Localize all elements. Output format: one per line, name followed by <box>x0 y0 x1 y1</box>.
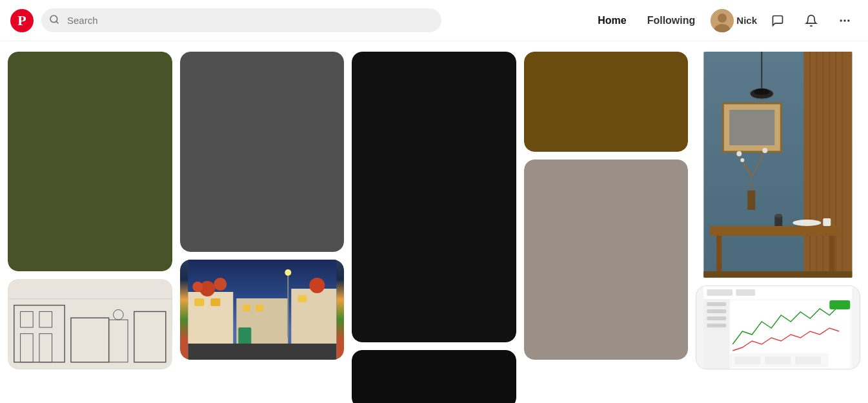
pin-card[interactable] <box>8 52 172 271</box>
search-bar <box>41 8 441 32</box>
svg-point-32 <box>309 278 325 293</box>
svg-point-54 <box>737 151 742 156</box>
svg-point-3 <box>718 14 727 23</box>
svg-point-7 <box>847 19 849 21</box>
svg-line-1 <box>56 21 58 23</box>
pin-card[interactable] <box>524 52 689 152</box>
pinterest-logo[interactable]: P <box>10 9 34 32</box>
svg-rect-23 <box>194 298 204 306</box>
svg-point-55 <box>763 148 768 153</box>
pin-card[interactable] <box>352 350 516 403</box>
main-content <box>0 41 868 403</box>
svg-rect-48 <box>730 110 775 145</box>
svg-rect-25 <box>243 305 250 311</box>
pin-card[interactable] <box>696 285 860 369</box>
notifications-button[interactable] <box>798 8 824 34</box>
pin-card[interactable] <box>696 52 860 278</box>
svg-rect-67 <box>707 289 733 296</box>
svg-rect-26 <box>256 305 263 311</box>
svg-rect-49 <box>748 191 756 210</box>
pin-grid <box>8 52 860 403</box>
svg-rect-78 <box>765 356 791 364</box>
svg-rect-37 <box>804 52 853 278</box>
svg-rect-63 <box>823 218 831 226</box>
pin-card[interactable] <box>524 160 689 360</box>
nav-following[interactable]: Following <box>640 10 703 32</box>
svg-point-56 <box>741 158 745 162</box>
header: P Home Following Nick <box>0 0 868 41</box>
svg-rect-75 <box>830 300 851 309</box>
svg-rect-73 <box>707 324 727 327</box>
svg-rect-60 <box>775 216 783 226</box>
svg-rect-8 <box>8 280 172 368</box>
search-icon <box>49 14 59 27</box>
svg-rect-70 <box>707 302 727 306</box>
svg-rect-71 <box>707 309 727 313</box>
svg-point-61 <box>775 214 783 218</box>
user-name[interactable]: Nick <box>736 15 757 26</box>
more-options-button[interactable] <box>832 8 858 34</box>
messages-button[interactable] <box>765 8 791 34</box>
svg-rect-24 <box>210 298 220 306</box>
svg-point-5 <box>840 19 842 21</box>
logo-icon: P <box>17 12 26 29</box>
nav-links: Home Following <box>590 10 703 32</box>
svg-point-62 <box>793 220 822 226</box>
svg-rect-64 <box>704 271 853 278</box>
pin-card[interactable] <box>8 279 172 369</box>
svg-point-30 <box>214 278 227 291</box>
svg-rect-79 <box>796 356 822 364</box>
svg-rect-27 <box>298 295 307 302</box>
svg-rect-77 <box>735 356 761 364</box>
svg-rect-57 <box>711 226 840 236</box>
svg-point-31 <box>192 282 203 292</box>
user-section: Nick <box>711 9 757 32</box>
avatar[interactable] <box>711 9 734 32</box>
svg-rect-35 <box>188 344 336 360</box>
svg-rect-72 <box>707 316 727 320</box>
search-input[interactable] <box>41 8 441 32</box>
pin-card[interactable] <box>180 52 345 252</box>
svg-point-6 <box>843 19 845 21</box>
svg-point-46 <box>754 88 770 95</box>
pin-card[interactable] <box>352 52 516 342</box>
pin-card[interactable] <box>180 260 345 360</box>
svg-point-34 <box>285 269 291 276</box>
svg-rect-68 <box>736 289 756 296</box>
nav-home[interactable]: Home <box>590 10 634 32</box>
